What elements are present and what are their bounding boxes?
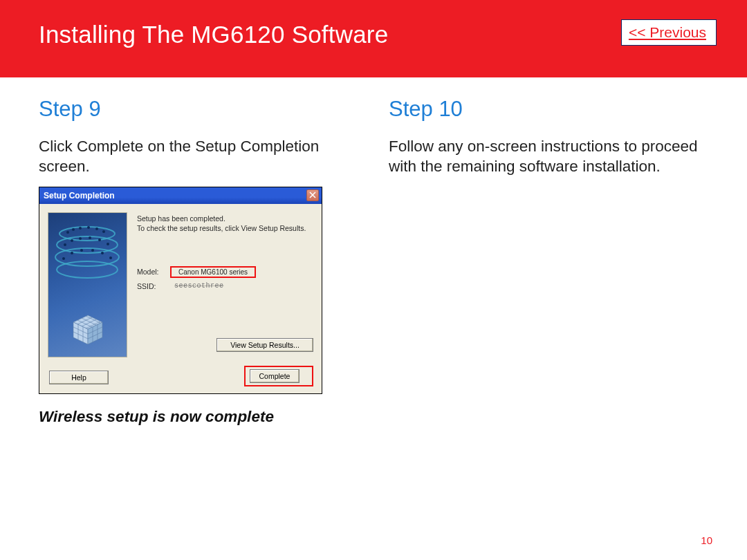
dialog-line2: To check the setup results, click View S…	[137, 223, 313, 233]
help-button[interactable]: Help	[49, 371, 109, 384]
column-step-10: Step 10 Follow any on-screen instruction…	[383, 97, 717, 426]
ssid-label: SSID:	[137, 282, 170, 290]
ssid-row: SSID: seescothree	[137, 282, 313, 290]
step9-heading: Step 9	[39, 97, 367, 122]
previous-link[interactable]: << Previous	[621, 19, 717, 46]
ssid-value: seescothree	[170, 282, 224, 290]
dialog-title: Setup Completion	[44, 191, 115, 200]
page-number: 10	[701, 534, 712, 546]
svg-point-18	[80, 249, 83, 252]
svg-point-14	[98, 239, 101, 241]
svg-point-10	[64, 243, 66, 246]
close-icon[interactable]	[306, 189, 319, 201]
column-step-9: Step 9 Click Complete on the Setup Compl…	[39, 97, 383, 426]
model-row: Model: Canon MG6100 series	[137, 266, 313, 278]
complete-button[interactable]: Complete	[250, 369, 299, 383]
slide-page: Installing The MG6120 Software << Previo…	[0, 0, 747, 560]
svg-point-13	[89, 236, 91, 239]
model-value: Canon MG6100 series	[170, 266, 256, 278]
svg-point-7	[87, 226, 90, 229]
svg-point-12	[79, 237, 82, 240]
view-setup-results-button[interactable]: View Setup Results...	[216, 338, 313, 352]
setup-completion-dialog: Setup Completion	[39, 187, 322, 394]
svg-point-21	[109, 256, 112, 259]
svg-point-20	[101, 252, 104, 254]
svg-point-5	[72, 228, 75, 231]
dialog-line1: Setup has been completed.	[137, 214, 313, 223]
step9-body: Click Complete on the Setup Completion s…	[39, 137, 367, 177]
svg-point-3	[57, 261, 118, 278]
svg-point-9	[102, 230, 105, 233]
svg-point-15	[107, 243, 109, 245]
svg-point-11	[71, 239, 73, 242]
content-columns: Step 9 Click Complete on the Setup Compl…	[0, 77, 747, 426]
svg-point-8	[95, 227, 98, 230]
dialog-titlebar: Setup Completion	[39, 187, 322, 204]
wireless-complete-note: Wireless setup is now complete	[39, 408, 367, 426]
header-bar: Installing The MG6120 Software << Previo…	[0, 0, 747, 77]
svg-point-6	[79, 227, 82, 230]
page-title: Installing The MG6120 Software	[39, 21, 388, 48]
svg-point-4	[66, 231, 69, 234]
svg-point-19	[91, 249, 94, 252]
step10-body: Follow any on-screen instructions to pro…	[389, 137, 717, 177]
svg-point-17	[71, 252, 73, 254]
dialog-button-row: View Setup Results... Help Complete	[39, 338, 322, 386]
svg-point-16	[62, 257, 65, 260]
step10-heading: Step 10	[389, 97, 717, 122]
dialog-side-image	[48, 212, 127, 357]
model-label: Model:	[137, 268, 170, 276]
complete-button-highlight: Complete	[244, 366, 313, 386]
